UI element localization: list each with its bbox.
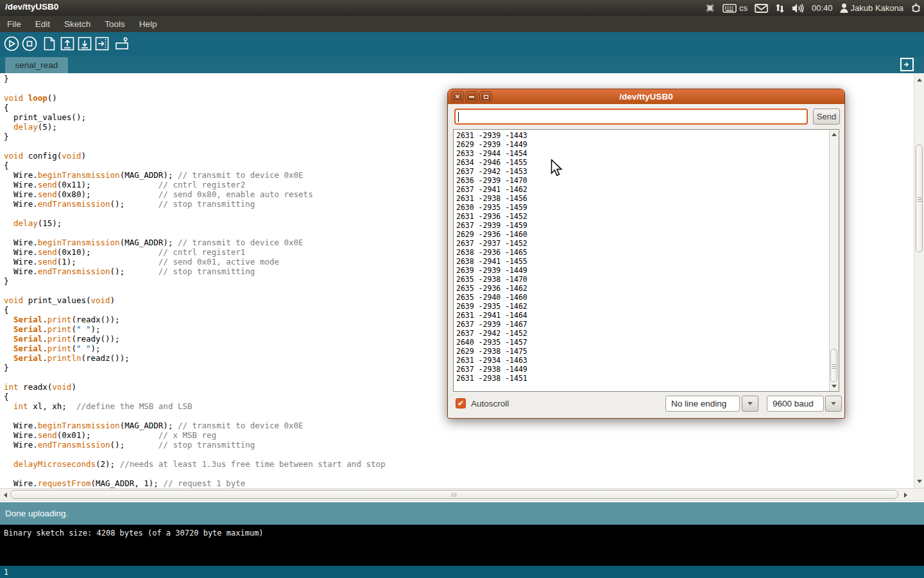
text-caret — [458, 112, 459, 122]
minimize-icon — [469, 96, 474, 98]
send-button-label: Send — [817, 112, 836, 121]
serial-scroll-thumb[interactable] — [830, 349, 837, 382]
console-line: Binary sketch size: 4208 bytes (of a 307… — [4, 529, 264, 538]
desktop: /dev/ttyUSB0 cs 00:40 Jakub Kakona — [0, 0, 924, 578]
serial-monitor-titlebar[interactable]: /dev/ttyUSB0 — [448, 89, 844, 104]
menubar: File Edit Sketch Tools Help — [0, 16, 924, 32]
scroll-left-arrow-icon[interactable] — [4, 493, 7, 498]
username-label: Jakub Kakona — [851, 3, 903, 13]
line-number-strip: 1 — [0, 566, 924, 578]
mouse-cursor-icon — [551, 159, 564, 179]
save-button[interactable] — [76, 35, 93, 52]
menu-file[interactable]: File — [0, 17, 28, 31]
panel-indicators: cs 00:40 Jakub Kakona — [705, 0, 921, 16]
baud-rate-value: 9600 baud — [773, 399, 814, 408]
user-menu[interactable]: Jakub Kakona — [840, 3, 903, 13]
serial-monitor-button[interactable] — [114, 35, 130, 52]
baud-rate-select[interactable]: 9600 baud — [767, 396, 824, 412]
scroll-right-arrow-icon[interactable] — [904, 493, 907, 498]
baud-dropdown-button[interactable] — [825, 396, 842, 412]
serial-scroll-down-icon[interactable] — [832, 385, 837, 388]
tab-bar: serial_read — [0, 57, 924, 73]
keyboard-indicator[interactable]: cs — [723, 3, 748, 13]
line-ending-dropdown-button[interactable] — [742, 396, 758, 412]
keyboard-icon — [723, 4, 737, 13]
tab-menu-arrow-icon — [903, 60, 911, 69]
window-controls: ✕ — [452, 92, 492, 101]
maximize-button[interactable] — [480, 92, 492, 101]
scroll-down-arrow-icon[interactable] — [917, 480, 922, 483]
menu-edit[interactable]: Edit — [28, 17, 57, 31]
save-down-arrow-icon — [77, 36, 92, 51]
status-band: Done uploading. — [0, 502, 924, 525]
open-up-arrow-icon — [60, 36, 75, 51]
menu-sketch[interactable]: Sketch — [57, 17, 98, 31]
verify-button[interactable] — [3, 35, 20, 52]
mail-icon[interactable] — [755, 4, 768, 13]
user-icon — [840, 3, 848, 13]
status-message: Done uploading. — [5, 509, 68, 518]
serial-send-input[interactable] — [454, 109, 808, 125]
minimize-button[interactable] — [466, 92, 477, 101]
upload-button[interactable] — [94, 35, 110, 52]
serial-monitor-window: /dev/ttyUSB0 ✕ Send 2631 -2939 -14432629… — [447, 89, 845, 419]
network-arrows-icon[interactable] — [775, 3, 785, 13]
line-ending-select[interactable]: No line ending — [665, 396, 740, 412]
autoscroll-checkbox[interactable]: ✔ — [456, 398, 466, 408]
scroll-up-arrow-icon[interactable] — [917, 78, 922, 82]
editor-vertical-scrollbar[interactable] — [914, 73, 924, 488]
stop-button[interactable] — [21, 35, 38, 52]
open-button[interactable] — [59, 35, 76, 52]
editor-vscroll-thumb[interactable] — [916, 144, 923, 252]
tab-menu-button[interactable] — [900, 58, 914, 71]
menu-tools[interactable]: Tools — [98, 17, 132, 31]
tab-label: serial_read — [15, 60, 58, 70]
close-icon: ✕ — [455, 94, 460, 100]
close-button[interactable]: ✕ — [452, 92, 463, 101]
serial-monitor-footer: ✔ Autoscroll No line ending 9600 baud — [448, 392, 844, 419]
editor-horizontal-scrollbar[interactable] — [0, 488, 924, 501]
stop-square-icon — [21, 35, 38, 52]
line-ending-value: No line ending — [671, 399, 726, 408]
line-indicator: 1 — [4, 568, 8, 577]
serial-scroll-up-icon[interactable] — [832, 133, 837, 136]
menu-help[interactable]: Help — [132, 17, 164, 31]
editor-hscroll-thumb[interactable] — [10, 490, 898, 499]
code-lines: } void loop(){ print_values(); delay(5);… — [4, 74, 386, 488]
new-document-icon — [42, 36, 57, 51]
toolbar — [0, 32, 924, 57]
autoscroll-label: Autoscroll — [471, 399, 509, 408]
serial-output-area[interactable]: 2631 -2939 -14432629 -2939 -14492633 -29… — [453, 129, 839, 392]
send-button[interactable]: Send — [813, 109, 840, 125]
serial-monitor-title: /dev/ttyUSB0 — [619, 92, 672, 101]
upload-right-arrow-icon — [94, 36, 110, 51]
indicator-pinwheel-icon[interactable] — [705, 3, 715, 13]
window-title: /dev/ttyUSB0 — [5, 2, 58, 12]
chevron-down-icon — [831, 402, 836, 405]
verify-play-icon — [3, 35, 20, 52]
build-console: Binary sketch size: 4208 bytes (of a 307… — [0, 525, 924, 566]
serial-scrollbar[interactable] — [829, 130, 839, 391]
serial-monitor-icon — [114, 35, 130, 52]
clock-label[interactable]: 00:40 — [812, 3, 833, 13]
new-sketch-button[interactable] — [41, 35, 58, 52]
top-panel: /dev/ttyUSB0 cs 00:40 Jakub Kakona — [0, 0, 924, 16]
keyboard-layout-label: cs — [739, 3, 748, 13]
tab-serial-read[interactable]: serial_read — [5, 57, 68, 73]
maximize-icon — [484, 95, 488, 99]
serial-output-lines: 2631 -2939 -14432629 -2939 -14492633 -29… — [456, 131, 527, 383]
volume-icon[interactable] — [792, 3, 805, 13]
chevron-down-icon — [748, 402, 753, 405]
power-gear-icon[interactable] — [911, 3, 921, 13]
